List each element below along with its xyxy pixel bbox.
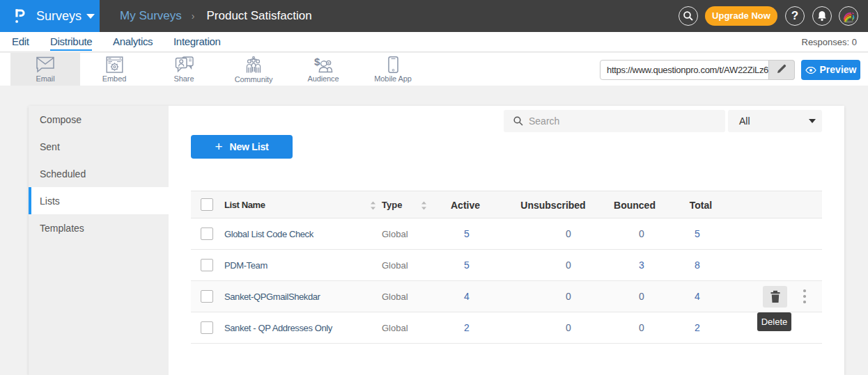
svg-text:$: $ xyxy=(314,56,320,67)
